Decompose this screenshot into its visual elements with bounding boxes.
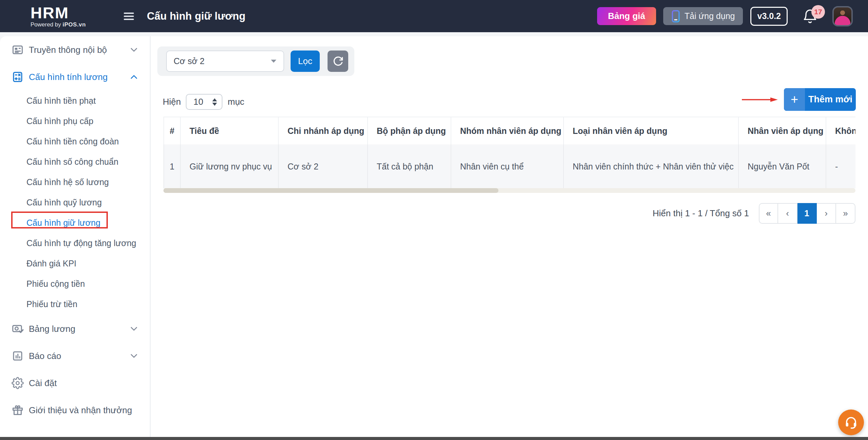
- version-badge: v3.0.2: [750, 7, 788, 26]
- subitem-label: Cấu hình phụ cấp: [26, 116, 93, 126]
- subitem-label: Cấu hình số công chuẩn: [26, 157, 118, 167]
- subitem-label: Cấu hình hệ số lương: [26, 177, 109, 187]
- page-1-button[interactable]: 1: [797, 203, 817, 224]
- newspaper-icon: [11, 44, 24, 56]
- sidebar-item-internal-comms[interactable]: Truyền thông nội bộ: [0, 36, 150, 63]
- sidebar-subitem-standard-workdays-config[interactable]: Cấu hình số công chuẩn: [0, 152, 150, 172]
- cell-department: Tất cả bộ phận: [368, 144, 451, 188]
- subitem-label: Phiếu cộng tiền: [26, 279, 85, 289]
- subitem-label: Đánh giá KPI: [26, 259, 76, 268]
- config-table: # Tiêu đề Chi nhánh áp dụng Bộ phận áp d…: [163, 117, 855, 188]
- sidebar-item-referral[interactable]: Giới thiệu và nhận thưởng: [0, 397, 150, 424]
- add-new-button[interactable]: + Thêm mới: [784, 88, 856, 111]
- last-page-button[interactable]: »: [836, 203, 855, 224]
- chevron-down-icon: [130, 354, 138, 358]
- sidebar-subitem-kpi-review[interactable]: Đánh giá KPI: [0, 253, 150, 274]
- subitem-label: Cấu hình tiền công đoàn: [26, 137, 119, 146]
- column-header-clipped: Không: [826, 117, 855, 144]
- headset-icon: [844, 415, 858, 429]
- sidebar-subitem-auto-raise-config[interactable]: Cấu hình tự động tăng lương: [0, 233, 150, 253]
- sidebar-item-label: Bảng lương: [29, 324, 75, 334]
- chevron-down-icon: [130, 326, 138, 331]
- stepper-icon: [212, 98, 217, 106]
- app-logo[interactable]: HRM Powered by iPOS.vn: [31, 5, 86, 27]
- notifications-bell[interactable]: 17: [803, 8, 817, 25]
- chevron-down-icon: [130, 47, 138, 52]
- sidebar-subitem-salary-fund-config[interactable]: Cấu hình quỹ lương: [0, 192, 150, 213]
- subitem-label: Cấu hình tiền phạt: [26, 96, 96, 106]
- subitem-label: Cấu hình tự động tăng lương: [26, 238, 136, 248]
- next-page-button[interactable]: ›: [817, 203, 836, 224]
- show-label: Hiện: [163, 97, 181, 107]
- table-horizontal-scrollbar[interactable]: [163, 188, 855, 193]
- column-header-title: Tiêu đề: [180, 117, 278, 144]
- pagination-buttons: « ‹ 1 › »: [759, 203, 855, 224]
- column-header-employee-type: Loại nhân viên áp dụng: [564, 117, 738, 144]
- sidebar-subitem-allowance-config[interactable]: Cấu hình phụ cấp: [0, 111, 150, 131]
- user-avatar[interactable]: [832, 6, 853, 26]
- prev-page-button[interactable]: ‹: [778, 203, 797, 224]
- sidebar-subitem-union-fee-config[interactable]: Cấu hình tiền công đoàn: [0, 131, 150, 152]
- sidebar-subitem-salary-hold-config[interactable]: Cấu hình giữ lương: [0, 213, 150, 233]
- content-sheet: Truyền thông nội bộ Cấu hình tính lương: [0, 36, 868, 440]
- branch-select[interactable]: Cơ sở 2: [166, 51, 284, 72]
- scrollbar-thumb[interactable]: [163, 188, 498, 193]
- pricing-button-label: Bảng giá: [608, 11, 645, 21]
- sidebar-item-reports[interactable]: Báo cáo: [0, 342, 150, 369]
- cell-employee: Nguyễn Văn Pốt: [738, 144, 826, 188]
- sidebar-subitem-penalty-config[interactable]: Cấu hình tiền phạt: [0, 91, 150, 111]
- pagination: Hiển thị 1 - 1 / Tổng số 1 « ‹ 1 › »: [653, 203, 855, 224]
- main-content: Cơ sở 2 Lọc Hiện 10 mục: [151, 36, 868, 440]
- cell-branch: Cơ sở 2: [278, 144, 368, 188]
- branch-select-value: Cơ sở 2: [174, 56, 204, 66]
- add-button-label: Thêm mới: [805, 94, 856, 105]
- sidebar-item-payroll[interactable]: Bảng lương: [0, 315, 150, 342]
- caret-down-icon: [271, 59, 277, 63]
- page-size-select[interactable]: 10: [186, 94, 222, 110]
- powered-by-text: Powered by: [31, 21, 61, 28]
- first-page-button[interactable]: «: [759, 203, 778, 224]
- sidebar: Truyền thông nội bộ Cấu hình tính lương: [0, 36, 151, 440]
- sidebar-item-salary-config[interactable]: Cấu hình tính lương: [0, 63, 150, 91]
- sidebar-item-label: Giới thiệu và nhận thưởng: [29, 405, 132, 416]
- column-header-branch: Chi nhánh áp dụng: [278, 117, 368, 144]
- hamburger-menu-icon[interactable]: [124, 13, 134, 20]
- brand-name: iPOS.vn: [63, 21, 86, 28]
- subitem-label: Cấu hình quỹ lương: [26, 198, 102, 207]
- page-title: Cấu hình giữ lương: [147, 10, 245, 22]
- download-app-button[interactable]: Tải ứng dụng: [663, 7, 743, 25]
- cell-employee-type: Nhân viên chính thức + Nhân viên thử việ…: [564, 144, 738, 188]
- page-size-value: 10: [193, 97, 203, 107]
- support-fab-button[interactable]: [838, 409, 864, 435]
- column-header-index: #: [164, 117, 180, 144]
- column-header-department: Bộ phận áp dụng: [368, 117, 451, 144]
- cell-index: 1: [164, 144, 180, 188]
- calculator-icon: [11, 71, 24, 83]
- page-size-control: Hiện 10 mục: [163, 94, 244, 110]
- subitem-label: Phiếu trừ tiền: [26, 299, 77, 309]
- phone-icon: [671, 10, 680, 23]
- plus-icon: +: [784, 88, 805, 111]
- refresh-button[interactable]: [328, 51, 348, 72]
- cell-employee-group: Nhân viên cụ thể: [451, 144, 564, 188]
- unit-label: mục: [228, 97, 244, 107]
- bar-chart-icon: [11, 350, 24, 362]
- table-row[interactable]: 1 Giữ lương nv phục vụ Cơ sở 2 Tất cả bộ…: [164, 144, 855, 188]
- page-horizontal-scrollbar[interactable]: [0, 437, 868, 440]
- filter-button[interactable]: Lọc: [291, 51, 320, 72]
- table-header-row: # Tiêu đề Chi nhánh áp dụng Bộ phận áp d…: [164, 117, 855, 144]
- pricing-button[interactable]: Bảng giá: [597, 7, 656, 25]
- sidebar-item-label: Cấu hình tính lương: [29, 72, 108, 82]
- pagination-summary: Hiển thị 1 - 1 / Tổng số 1: [653, 208, 749, 219]
- gear-icon: [11, 377, 24, 389]
- sidebar-subitem-deduction-slip[interactable]: Phiếu trừ tiền: [0, 294, 150, 314]
- sidebar-item-settings[interactable]: Cài đặt: [0, 369, 150, 397]
- payroll-icon: [11, 323, 24, 335]
- sidebar-subitem-bonus-slip[interactable]: Phiếu cộng tiền: [0, 274, 150, 294]
- sidebar-item-label: Cài đặt: [29, 378, 57, 388]
- annotation-arrow: [741, 96, 778, 103]
- notification-count-badge: 17: [811, 5, 825, 19]
- subitem-label: Cấu hình giữ lương: [26, 218, 100, 228]
- sidebar-subitem-salary-coefficient-config[interactable]: Cấu hình hệ số lương: [0, 172, 150, 192]
- logo-subtitle: Powered by iPOS.vn: [31, 22, 86, 27]
